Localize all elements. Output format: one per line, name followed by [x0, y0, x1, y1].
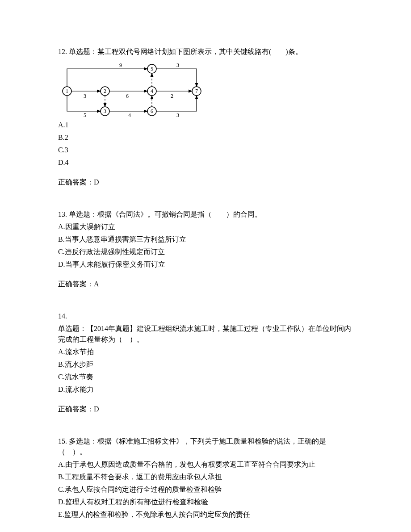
- node-2: 2: [104, 88, 106, 94]
- question-15: 15. 多选题：根据《标准施工招标文件》，下列关于施工质量和检验的说法，正确的是…: [58, 436, 353, 520]
- edge-6-7-label: 3: [176, 112, 179, 118]
- network-diagram: 1 2 3 4 5 6 7: [58, 60, 353, 118]
- q13-opt-d: D.当事人未能履行保密义务而订立: [58, 259, 353, 270]
- node-5: 5: [151, 66, 153, 72]
- q13-opt-a: A.因重大误解订立: [58, 222, 353, 232]
- edge-2-4-label: 6: [126, 93, 129, 99]
- q14-num: 14.: [58, 311, 353, 322]
- q14-opt-a: A.流水节拍: [58, 347, 353, 357]
- q14-stem: 单选题：【2014年真题】建设工程组织流水施工时，某施工过程（专业工作队）在单位…: [58, 323, 353, 345]
- q12-opt-c: C.3: [58, 145, 353, 155]
- q13-opt-b: B.当事人恶意串通损害第三方利益所订立: [58, 234, 353, 245]
- q12-opt-a: A.1: [58, 120, 353, 130]
- q15-opt-b: B.工程质量不符合要求，返工的费用应由承包人承担: [58, 472, 353, 482]
- q13-opt-c: C.违反行政法规强制性规定而订立: [58, 247, 353, 257]
- q14-opt-c: C.流水节奏: [58, 372, 353, 382]
- q13-answer: 正确答案：A: [58, 279, 353, 289]
- edge-2-3-label: 5: [84, 112, 86, 118]
- question-13: 13. 单选题：根据《合同法》。可撤销合同是指（ ）的合同。 A.因重大误解订立…: [58, 209, 353, 289]
- q15-stem: 15. 多选题：根据《标准施工招标文件》，下列关于施工质量和检验的说法，正确的是…: [58, 436, 353, 457]
- q12-opt-d: D.4: [58, 157, 353, 168]
- q14-opt-b: B.流水步距: [58, 359, 353, 370]
- page: 12. 单选题：某工程双代号网络计划如下图所表示，其中关键线路有( )条。 1 …: [0, 0, 411, 532]
- edge-4-7-label: 2: [171, 93, 173, 99]
- diagram-svg: 1 2 3 4 5 6 7: [58, 60, 210, 118]
- q15-opt-d: D.监理人有权对工程的所有部位进行检查和检验: [58, 497, 353, 507]
- q15-opt-c: C.承包人应按合同约定进行全过程的质量检查和检验: [58, 484, 353, 495]
- q13-stem: 13. 单选题：根据《合同法》。可撤销合同是指（ ）的合同。: [58, 209, 353, 220]
- edge-3-6-label: 4: [128, 112, 131, 118]
- q12-answer: 正确答案：D: [58, 177, 353, 188]
- q14-answer: 正确答案：D: [58, 404, 353, 415]
- question-14: 14. 单选题：【2014年真题】建设工程组织流水施工时，某施工过程（专业工作队…: [58, 311, 353, 415]
- q14-opt-d: D.流水能力: [58, 384, 353, 395]
- edge-1-2-label: 3: [84, 93, 86, 99]
- node-4: 4: [151, 88, 153, 94]
- q12-stem: 12. 单选题：某工程双代号网络计划如下图所表示，其中关键线路有( )条。: [58, 46, 353, 57]
- q12-opt-b: B.2: [58, 132, 353, 143]
- q15-opt-e: E.监理人的检查和检验，不免除承包人按合同约定应负的责任: [58, 509, 353, 520]
- edge-5-7-label: 3: [176, 62, 179, 68]
- q15-opt-a: A.由于承包人原因造成质量不合格的，发包人有权要求返工直至符合合同要求为止: [58, 459, 353, 470]
- question-12: 12. 单选题：某工程双代号网络计划如下图所表示，其中关键线路有( )条。 1 …: [58, 46, 353, 188]
- node-7: 7: [195, 88, 198, 94]
- node-6: 6: [151, 108, 153, 114]
- node-1: 1: [66, 88, 68, 94]
- node-3: 3: [104, 108, 106, 114]
- edge-1-5-label: 9: [119, 62, 122, 68]
